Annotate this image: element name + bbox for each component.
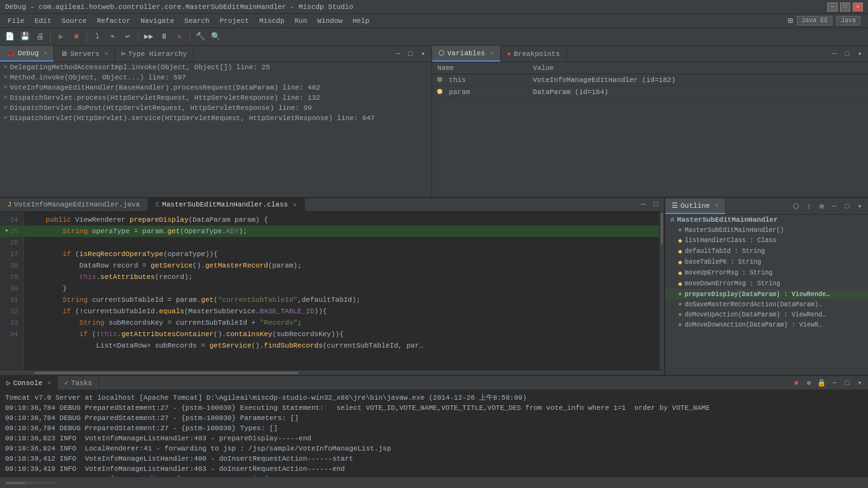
outline-item-0[interactable]: ● MasterSubEditMainHandler() (665, 225, 868, 235)
print-btn[interactable]: 🖨 (33, 30, 47, 44)
outline-vscroll[interactable] (863, 0, 868, 488)
terminate-btn[interactable]: ✕ (172, 30, 186, 44)
console-tab[interactable]: ▷ Console ✕ (0, 376, 58, 390)
code-vscroll[interactable] (659, 212, 664, 370)
stack-icon-3: ≡ (4, 95, 7, 101)
menu-navigate[interactable]: Navigate (135, 16, 179, 26)
editor-maximize[interactable]: □ (650, 199, 661, 210)
java-ee-badge[interactable]: Java EE (797, 16, 832, 25)
vars-panel-content: Name Value this VoteInfoManageEditHandle… (432, 62, 868, 197)
editor-minimize[interactable]: ─ (637, 199, 649, 210)
debug-panel-menu[interactable]: ▾ (417, 48, 429, 60)
outline-item-8[interactable]: ● doMoveUpAction(DataParam) : ViewRend… (665, 309, 868, 320)
search-btn[interactable]: 🔍 (208, 30, 222, 44)
breakpoints-tab[interactable]: ● Breakpoints (501, 46, 567, 62)
menu-file[interactable]: File (3, 16, 29, 26)
var-row-0[interactable]: this VoteInfoManageEditHandler (id=182) (432, 74, 868, 86)
close-btn[interactable]: ✕ (853, 3, 863, 11)
build-btn[interactable]: 🔨 (193, 30, 207, 44)
field-icon-5: ◆ (678, 280, 682, 288)
menu-window[interactable]: Window (312, 16, 348, 26)
debug-panel-minimize[interactable]: ─ (392, 48, 403, 60)
debug-tab-close[interactable]: ✕ (44, 50, 47, 57)
debug-panel: 🐞 Debug ✕ 🖥 Servers ✕ ⊳ Type Hierarchy ─… (0, 46, 432, 197)
step-into-btn[interactable]: ⤵ (90, 30, 104, 44)
console-maximize[interactable]: □ (841, 377, 853, 389)
console-scroll-lock-btn[interactable]: 🔒 (816, 377, 827, 389)
stack-icon-4: ≡ (4, 105, 7, 111)
step-return-btn[interactable]: ↩ (121, 30, 135, 44)
editor-tab-close[interactable]: ✕ (293, 201, 296, 208)
java-badge[interactable]: Java (836, 16, 860, 25)
outline-item-9[interactable]: ● doMoveDownAction(DataParam) : ViewR… (665, 320, 868, 330)
console-clear-btn[interactable]: ⊗ (803, 377, 815, 389)
new-btn[interactable]: 📄 (3, 30, 17, 44)
servers-tab-close[interactable]: ✕ (105, 50, 108, 57)
vars-scroll[interactable]: Name Value this VoteInfoManageEditHandle… (432, 62, 868, 197)
menu-edit[interactable]: Edit (29, 16, 56, 26)
outline-item-7[interactable]: ● doSaveMasterRecordAction(DataParam)… (665, 299, 868, 309)
resume-btn[interactable]: ▶▶ (142, 30, 156, 44)
outline-tab-close[interactable]: ✕ (715, 202, 718, 209)
code-content[interactable]: public ViewRenderer prepareDisplay(DataP… (24, 212, 659, 370)
tasks-tab[interactable]: ✓ Tasks (58, 376, 99, 390)
vars-panel-maximize[interactable]: □ (841, 48, 853, 60)
editor-tab-0[interactable]: J VoteInfoManageEditHandler.java (0, 198, 148, 211)
console-content[interactable]: Tomcat v7.0 Server at localhost [Apache … (0, 390, 868, 477)
outline-panel-btn3[interactable]: ⊞ (816, 201, 827, 212)
debug-icon: 🐞 (6, 49, 15, 57)
outline-item-4[interactable]: ◆ moveUpErrorMsg : String (665, 268, 868, 278)
outline-panel-btn2[interactable]: ↕ (803, 201, 815, 212)
debug-item-3[interactable]: ≡ DispatchServlet.process(HttpServletReq… (0, 93, 431, 103)
debug-item-4[interactable]: ≡ DispatchServlet.doPost(HttpServletRequ… (0, 103, 431, 113)
menu-search[interactable]: Search (179, 16, 215, 26)
variables-tab[interactable]: ⬡ Variables ✕ (432, 46, 501, 62)
outline-panel-maximize[interactable]: □ (841, 201, 853, 212)
outline-item-6[interactable]: ● prepareDisplay(DataParam) : ViewRende… (665, 289, 868, 299)
vars-tab-close[interactable]: ✕ (490, 50, 493, 57)
debug-item-5[interactable]: ≡ DispatchServlet(HttpServlet).service(H… (0, 113, 431, 123)
console-line-3: 09:10:36,823 INFO VoteInfoManageListHand… (5, 433, 863, 444)
step-over-btn[interactable]: ↷ (105, 30, 119, 44)
editor-tabs: J VoteInfoManageEditHandler.java C Maste… (0, 198, 664, 212)
field-icon-1: ◆ (678, 236, 682, 245)
debug-item-0[interactable]: ≡ DelegatingMethodAccessorImpl.invoke(Ob… (0, 62, 431, 72)
menu-miscdp[interactable]: Miscdp (254, 16, 290, 26)
debug-run-btn[interactable]: ▶ (54, 30, 68, 44)
menu-help[interactable]: Help (348, 16, 374, 26)
field-icon-2: ◆ (678, 247, 682, 255)
menu-refactor[interactable]: Refactor (92, 16, 135, 26)
outline-item-2[interactable]: ◆ defaultTabId : String (665, 246, 868, 257)
outline-tab[interactable]: ☰ Outline ✕ (665, 198, 726, 214)
maximize-btn[interactable]: □ (840, 3, 850, 11)
console-stop-btn[interactable]: ■ (790, 377, 802, 389)
outline-panel-btn1[interactable]: ⬡ (790, 201, 802, 212)
outline-icon: ☰ (672, 201, 678, 210)
code-hscroll[interactable] (0, 370, 664, 375)
editor-tab-1[interactable]: C MasterSubEditMainHandler.class ✕ (148, 198, 304, 211)
console-hscroll[interactable] (5, 482, 56, 484)
vars-panel-minimize[interactable]: ─ (829, 48, 840, 60)
outline-classname[interactable]: A MasterSubEditMainHandler (665, 215, 868, 225)
console-minimize[interactable]: ─ (829, 377, 840, 389)
menu-project[interactable]: Project (215, 16, 254, 26)
debug-panel-maximize[interactable]: □ (405, 48, 416, 60)
outline-panel-minimize[interactable]: ─ (829, 201, 840, 212)
debug-item-1[interactable]: ≡ Method.invoke(Object, Object...) line:… (0, 72, 431, 83)
stop-btn[interactable]: ■ (69, 30, 83, 44)
menu-source[interactable]: Source (57, 16, 92, 26)
field-icon-3: ◆ (678, 258, 682, 266)
outline-item-3[interactable]: ◆ baseTablePK : String (665, 257, 868, 268)
suspend-btn[interactable]: ⏸ (157, 30, 171, 44)
menu-run[interactable]: Run (289, 16, 312, 26)
console-tab-close[interactable]: ✕ (48, 379, 51, 386)
debug-tab[interactable]: 🐞 Debug ✕ (0, 46, 54, 62)
debug-item-2[interactable]: ≡ VoteInfoManageEditHandler(BaseHandler)… (0, 83, 431, 93)
save-btn[interactable]: 💾 (18, 30, 32, 44)
servers-tab[interactable]: 🖥 Servers ✕ (54, 46, 115, 62)
var-row-1[interactable]: param DataParam (id=184) (432, 86, 868, 98)
outline-item-5[interactable]: ◆ moveDownErrorMsg : String (665, 278, 868, 289)
type-hierarchy-tab[interactable]: ⊳ Type Hierarchy (115, 46, 194, 62)
minimize-btn[interactable]: ─ (827, 3, 837, 11)
outline-item-1[interactable]: ◆ listHandlerClass : Class (665, 235, 868, 246)
